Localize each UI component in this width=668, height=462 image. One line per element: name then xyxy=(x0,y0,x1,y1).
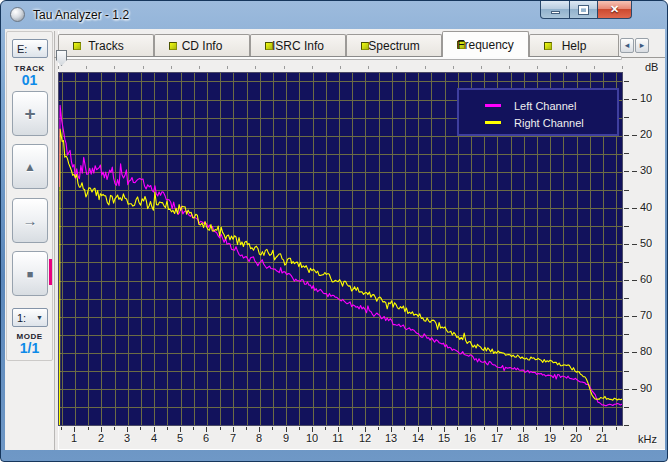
x-tick-label: 19 xyxy=(539,432,561,444)
x-axis-unit: kHz xyxy=(638,433,657,445)
x-tick-label: 13 xyxy=(380,432,402,444)
window-controls: ✕ xyxy=(541,1,632,19)
window-title: Tau Analyzer - 1.2 xyxy=(33,8,129,22)
tab-label: CD Info xyxy=(155,39,249,53)
y-tick-label: 90 xyxy=(640,382,664,394)
zoom-slider-track[interactable] xyxy=(58,56,622,60)
minimize-icon xyxy=(551,11,560,14)
x-tick-label: 4 xyxy=(143,432,165,444)
tab-tracks[interactable]: Tracks xyxy=(58,34,154,57)
next-track-button[interactable]: → xyxy=(12,198,48,243)
x-tick-label: 3 xyxy=(116,432,138,444)
mode-selector[interactable]: 1: ▼ xyxy=(12,308,48,327)
y-tick-label: 70 xyxy=(640,309,664,321)
sidebar: E: ▼ TRACK 01 +▲→■ 1: ▼ MODE 1/1 xyxy=(5,31,54,450)
x-tick-label: 1 xyxy=(63,432,85,444)
x-tick-label: 14 xyxy=(407,432,429,444)
x-tick-label: 11 xyxy=(327,432,349,444)
x-tick-label: 20 xyxy=(565,432,587,444)
tab-scroll-right-button[interactable]: ▸ xyxy=(635,38,649,53)
stop-icon: ■ xyxy=(27,268,34,280)
app-window: Tau Analyzer - 1.2 ✕ E: ▼ TRACK 01 +▲→■ … xyxy=(0,0,668,462)
y-tick-label: 60 xyxy=(640,273,664,285)
eject-icon: ▲ xyxy=(24,160,36,174)
legend-entry: Left Channel xyxy=(485,97,617,114)
clip-indicator xyxy=(49,259,52,285)
close-icon: ✕ xyxy=(610,4,619,15)
x-tick-label: 17 xyxy=(486,432,508,444)
y-tick-label: 50 xyxy=(640,237,664,249)
tab-spectrum[interactable]: Spectrum xyxy=(346,34,442,57)
app-icon xyxy=(10,7,25,22)
x-tick-label: 2 xyxy=(90,432,112,444)
chevron-down-icon: ▼ xyxy=(36,45,43,52)
x-tick-label: 18 xyxy=(512,432,534,444)
tab-isrc-info[interactable]: ISRC Info xyxy=(250,34,346,57)
minimize-button[interactable] xyxy=(540,1,570,19)
y-tick-label: 10 xyxy=(640,92,664,104)
legend-label: Right Channel xyxy=(514,117,584,129)
x-tick-label: 10 xyxy=(301,432,323,444)
client-area: E: ▼ TRACK 01 +▲→■ 1: ▼ MODE 1/1 TracksC… xyxy=(5,29,665,450)
legend-label: Left Channel xyxy=(514,100,576,112)
stop-button[interactable]: ■ xyxy=(12,251,48,296)
legend-swatch xyxy=(485,104,501,107)
legend: Left ChannelRight Channel xyxy=(457,88,619,136)
tab-scroll-left-button[interactable]: ◂ xyxy=(620,38,634,53)
frequency-plot: Left ChannelRight Channel xyxy=(58,72,623,426)
mode-value: 1/1 xyxy=(5,340,54,356)
tab-cd-info[interactable]: CD Info xyxy=(154,34,250,57)
x-tick-label: 7 xyxy=(222,432,244,444)
y-tick-label: 80 xyxy=(640,345,664,357)
tab-label: Tracks xyxy=(59,39,153,53)
next-track-icon: → xyxy=(23,212,38,229)
tab-label: ISRC Info xyxy=(251,39,345,53)
chevron-down-icon: ▼ xyxy=(36,314,43,321)
x-tick-label: 21 xyxy=(591,432,613,444)
y-axis-unit: dB xyxy=(645,61,658,73)
mode-selector-value: 1: xyxy=(17,312,26,324)
drive-selector-value: E: xyxy=(17,43,27,55)
x-tick-label: 5 xyxy=(169,432,191,444)
x-axis: 123456789101112131415161718192021 xyxy=(58,427,623,449)
close-button[interactable]: ✕ xyxy=(597,1,632,19)
y-tick-label: 20 xyxy=(640,128,664,140)
drive-selector[interactable]: E: ▼ xyxy=(12,39,48,58)
maximize-icon xyxy=(579,6,588,14)
x-tick-label: 8 xyxy=(248,432,270,444)
title-bar[interactable]: Tau Analyzer - 1.2 ✕ xyxy=(1,1,667,29)
add-track-button[interactable]: + xyxy=(12,91,48,136)
tab-help[interactable]: Help xyxy=(529,34,619,57)
tab-label: Frequency xyxy=(443,38,528,52)
tab-frequency[interactable]: Frequency xyxy=(442,31,529,57)
x-tick-label: 12 xyxy=(354,432,376,444)
add-track-icon: + xyxy=(24,103,35,125)
legend-swatch xyxy=(485,121,501,124)
slider-tick-marks xyxy=(58,66,623,70)
x-tick-label: 9 xyxy=(275,432,297,444)
y-axis: 102030405060708090 xyxy=(623,72,665,426)
y-tick-label: 30 xyxy=(640,164,664,176)
y-tick-label: 40 xyxy=(640,201,664,213)
tab-label: Spectrum xyxy=(347,39,441,53)
track-number: 01 xyxy=(5,72,54,88)
x-tick-label: 16 xyxy=(459,432,481,444)
x-tick-label: 15 xyxy=(433,432,455,444)
maximize-button[interactable] xyxy=(569,1,598,19)
tab-label: Help xyxy=(530,39,618,53)
eject-button[interactable]: ▲ xyxy=(12,144,48,189)
x-tick-label: 6 xyxy=(195,432,217,444)
legend-entry: Right Channel xyxy=(485,114,617,131)
